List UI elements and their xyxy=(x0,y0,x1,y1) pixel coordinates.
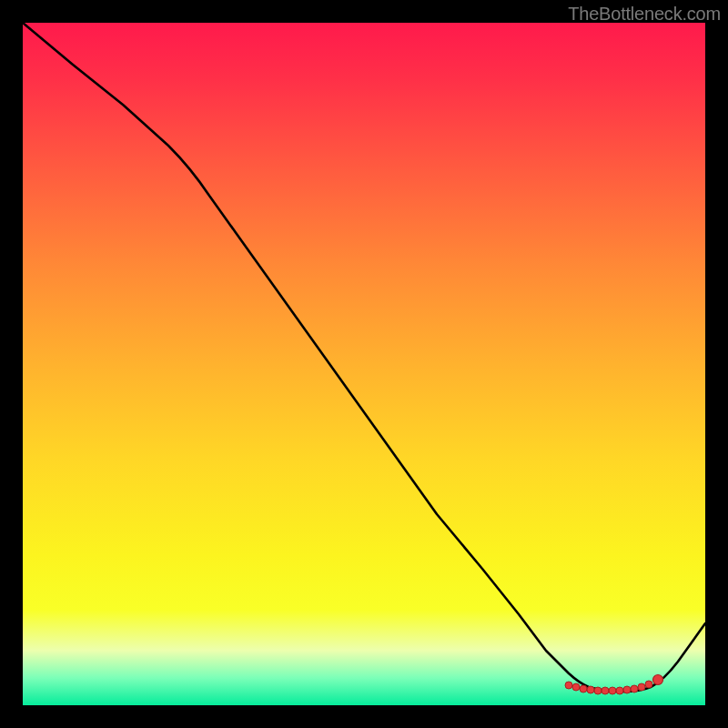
chart-stage: TheBottleneck.com xyxy=(0,0,728,728)
plot-area xyxy=(23,23,705,705)
marker-dot xyxy=(602,687,609,694)
marker-dot xyxy=(572,683,580,691)
marker-dot xyxy=(631,685,638,693)
marker-cluster xyxy=(565,675,663,695)
bottleneck-curve xyxy=(23,23,705,692)
marker-dot xyxy=(645,681,652,688)
marker-dot xyxy=(587,686,594,693)
marker-dot xyxy=(594,687,602,694)
marker-dot xyxy=(638,683,645,691)
watermark-text: TheBottleneck.com xyxy=(568,4,721,25)
chart-svg xyxy=(23,23,705,705)
marker-dot xyxy=(609,687,616,694)
marker-dot xyxy=(580,685,587,693)
marker-dot-end xyxy=(653,675,663,685)
marker-dot xyxy=(616,687,623,694)
marker-dot xyxy=(565,682,572,689)
marker-dot xyxy=(623,686,631,693)
